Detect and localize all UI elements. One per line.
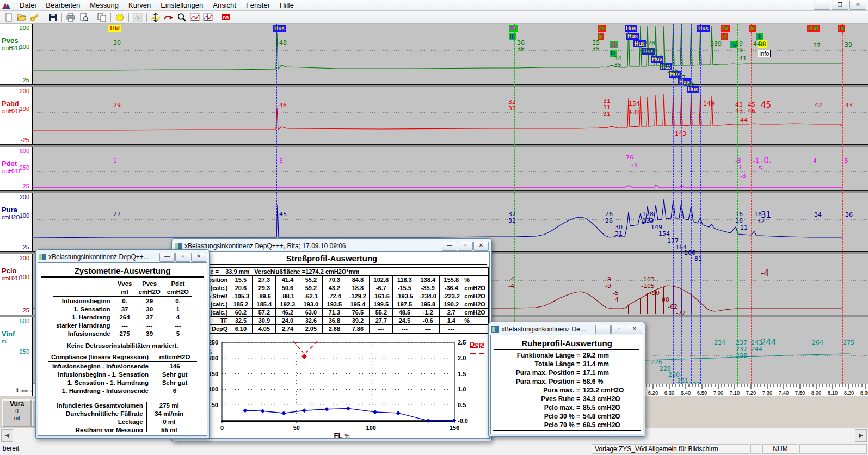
maximize-button[interactable]: ▫: [458, 242, 473, 251]
svg-text:0.5: 0.5: [458, 402, 466, 408]
scale-tick: 100: [8, 212, 29, 219]
table-row: 1. Harndrang - Infusionsende6: [48, 387, 197, 395]
value-row: Totale Länge =31.4 mm: [494, 360, 639, 368]
channel-label-vinf: Vinfml: [2, 330, 15, 345]
col-header: PvescmH2O: [136, 280, 164, 297]
col-header: [53, 280, 114, 297]
table-header: Compliance (lineare Regression)ml/cmH2O: [48, 353, 197, 362]
svg-text:7:50: 7:50: [795, 390, 805, 396]
menu-einstellungen[interactable]: Einstellungen: [156, 1, 208, 10]
dialog-heading: Zystometrie-Auswertung: [41, 266, 204, 278]
dialog-window-buttons: —▫✕: [595, 325, 642, 334]
scroll-left-button[interactable]: ◀: [1, 429, 13, 442]
table-row: Infusionsbeginn0.290.: [53, 297, 192, 305]
dialog-title-bar[interactable]: xBelastungsinkontinenz De... —▫✕: [490, 324, 643, 335]
svg-text:7:00: 7:00: [713, 390, 724, 396]
menu-kurven[interactable]: Kurven: [124, 1, 156, 10]
time-unit: min:s: [20, 388, 32, 393]
scale-tick: 100: [8, 106, 29, 112]
table-row: Pclo Streß-105.3-89.6-88.1-62.1-72.4-129…: [175, 292, 489, 300]
menu-messung[interactable]: Messung: [85, 1, 124, 10]
zoom-icon[interactable]: [175, 11, 188, 23]
profile-chart-icon[interactable]: [188, 11, 201, 23]
svg-text:1.0: 1.0: [458, 386, 466, 392]
dialog-title-bar[interactable]: xBelastungsinkontinenz DepQ+++, Rita; 17…: [174, 241, 490, 251]
dialog-title: xBelastungsinkontinenz DepQ+++, Rita; 17…: [184, 242, 442, 250]
stress-profile-table: Funkt. Länge = 33.9 mm Verschlußfläche =…: [174, 267, 489, 334]
maximize-button[interactable]: ▫: [175, 253, 190, 262]
table-row: DepQ6.104.052.742.052.687.86------------: [175, 325, 489, 334]
dialog-heading: Ruheprofil-Auswertung: [494, 338, 639, 350]
menu-datei[interactable]: Datei: [15, 1, 41, 10]
dialog-title: xBelastungsinkontinenz DepQ++...: [48, 253, 159, 261]
value-row: Pves Ruhe =34.3 cmH2O: [494, 395, 639, 403]
table-row: Restharn vor Messung55 ml: [53, 426, 191, 432]
svg-text:0: 0: [220, 425, 223, 431]
maximize-button[interactable]: ▫: [611, 325, 626, 334]
toolbar-separator: [217, 13, 217, 22]
channel-plot-pdet[interactable]: [33, 147, 868, 190]
table-row: Durchschnittliche Füllrate34 ml/min: [53, 410, 191, 418]
scale-tick: 100: [8, 44, 29, 50]
profile-marker-icon[interactable]: [201, 11, 214, 23]
copy-icon[interactable]: [95, 11, 108, 23]
toolbar-separator: [128, 13, 129, 22]
restore-button[interactable]: ❐: [832, 1, 848, 10]
status-spacer: [750, 444, 761, 454]
scale-curves-icon[interactable]: [149, 11, 162, 23]
table-row: 1. Sensation37301: [53, 305, 192, 313]
table-row: 1. Harndrang264374: [53, 313, 192, 322]
dialog-rest-profile[interactable]: xBelastungsinkontinenz De... —▫✕ Ruhepro…: [488, 322, 645, 437]
application-window: DateiBearbeitenMessungKurvenEinstellunge…: [0, 0, 868, 455]
close-button[interactable]: ✕: [849, 1, 866, 10]
scale-tick: 500: [8, 318, 29, 324]
menu-bearbeiten[interactable]: Bearbeiten: [41, 1, 85, 10]
value-row: Verschlußfläche =1370.6 cmH2O*mm: [494, 429, 639, 431]
menu-fenster[interactable]: Fenster: [241, 1, 275, 10]
svg-text:DepQ: DepQ: [470, 340, 484, 348]
svg-text:1.5: 1.5: [458, 371, 466, 377]
info-row: Funkt. Länge = 33.9 mm Verschlußfläche =…: [175, 267, 489, 276]
channel-button-vura[interactable]: Vura0ml: [2, 399, 32, 427]
dialog-stress-profile[interactable]: xBelastungsinkontinenz DepQ+++, Rita; 17…: [171, 238, 492, 441]
detrusor-note: Keine Detrusorinstabilitäten markiert.: [41, 342, 204, 349]
dialog-title-bar[interactable]: xBelastungsinkontinenz DepQ++... —▫✕: [38, 251, 207, 262]
toolbar-separator: [61, 13, 62, 22]
dialog-icon: [175, 243, 182, 249]
scroll-right-button[interactable]: ▶: [855, 429, 867, 442]
menu-ansicht[interactable]: Ansicht: [208, 1, 241, 10]
minimize-button[interactable]: —: [159, 253, 175, 262]
print-preview-icon[interactable]: [77, 11, 90, 23]
svg-text:50: 50: [293, 425, 299, 431]
channel-plot-pabd[interactable]: [33, 87, 868, 144]
channel-plot-pves[interactable]: [33, 24, 868, 84]
menu-hilfe[interactable]: Hilfe: [275, 1, 299, 10]
close-button[interactable]: ✕: [191, 253, 206, 262]
save-icon[interactable]: [46, 11, 59, 23]
ds-flag-icon[interactable]: DS: [219, 11, 232, 23]
scale-tick: -25: [8, 137, 29, 143]
scale-tick: 250: [8, 348, 29, 355]
close-button[interactable]: ✕: [627, 325, 642, 334]
svg-text:8:20: 8:20: [844, 390, 854, 396]
svg-text:2.5: 2.5: [458, 339, 466, 346]
svg-text:6:50: 6:50: [697, 390, 707, 396]
menu-bar: DateiBearbeitenMessungKurvenEinstellunge…: [0, 0, 868, 11]
channel-strip-pdet: PdetcmH2O600250-25: [0, 147, 868, 190]
minimize-button[interactable]: —: [595, 325, 611, 334]
svg-text:156: 156: [449, 425, 459, 431]
close-button[interactable]: ✕: [473, 242, 489, 251]
redraw-curves-icon[interactable]: [162, 11, 175, 23]
key-icon[interactable]: [28, 11, 41, 23]
value-row: Pura max. Position =17.1 mm: [494, 368, 639, 377]
minimize-button[interactable]: —: [814, 1, 830, 10]
channel-gutter-pves: PvescmH2O200100-25: [0, 24, 33, 84]
open-folder-icon[interactable]: [15, 11, 28, 23]
minimize-button[interactable]: —: [442, 242, 457, 251]
dialog-cystometry[interactable]: xBelastungsinkontinenz DepQ++... —▫✕ Zys…: [35, 249, 210, 439]
scale-tick: 100: [8, 274, 29, 280]
print-icon[interactable]: [64, 11, 77, 23]
scale-tick: 200: [8, 24, 29, 31]
new-document-icon[interactable]: [2, 11, 15, 23]
lamp-icon[interactable]: [113, 11, 126, 23]
